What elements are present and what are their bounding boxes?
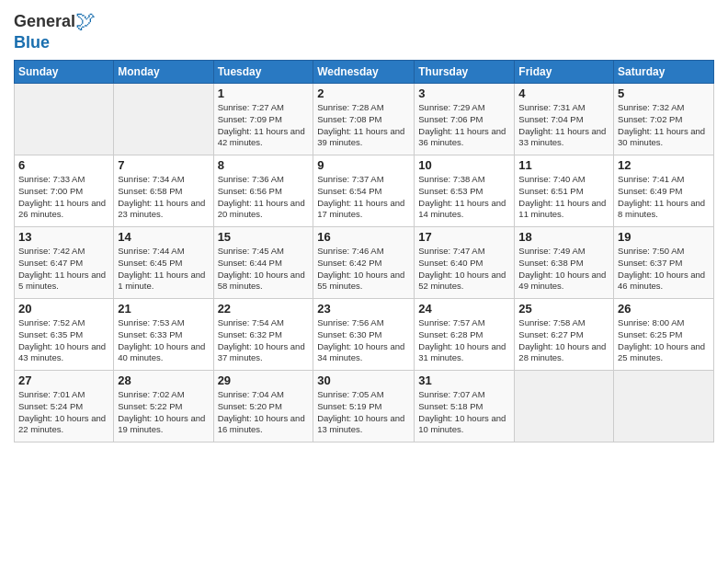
day-number: 1 xyxy=(218,86,310,100)
day-info: Sunrise: 7:32 AMSunset: 7:02 PMDaylight:… xyxy=(618,102,710,149)
day-header: Saturday xyxy=(614,61,714,84)
calendar-cell: 24 Sunrise: 7:57 AMSunset: 6:28 PMDaylig… xyxy=(415,299,515,371)
day-info: Sunrise: 7:38 AMSunset: 6:53 PMDaylight:… xyxy=(418,174,510,221)
day-number: 24 xyxy=(418,302,510,316)
day-header: Wednesday xyxy=(313,61,415,84)
day-number: 20 xyxy=(18,302,109,316)
calendar-week: 6 Sunrise: 7:33 AMSunset: 7:00 PMDayligh… xyxy=(15,155,714,227)
day-number: 4 xyxy=(518,86,609,100)
logo-bird-icon: 🕊 xyxy=(75,9,96,33)
calendar-cell: 7 Sunrise: 7:34 AMSunset: 6:58 PMDayligh… xyxy=(114,155,213,227)
day-number: 14 xyxy=(118,230,209,244)
calendar-cell: 19 Sunrise: 7:50 AMSunset: 6:37 PMDaylig… xyxy=(614,227,714,299)
day-info: Sunrise: 7:44 AMSunset: 6:45 PMDaylight:… xyxy=(118,246,209,293)
day-number: 5 xyxy=(618,86,710,100)
day-info: Sunrise: 7:37 AMSunset: 6:54 PMDaylight:… xyxy=(317,174,410,221)
day-info: Sunrise: 7:56 AMSunset: 6:30 PMDaylight:… xyxy=(317,317,410,364)
calendar-cell: 4 Sunrise: 7:31 AMSunset: 7:04 PMDayligh… xyxy=(515,84,614,155)
day-info: Sunrise: 7:31 AMSunset: 7:04 PMDaylight:… xyxy=(518,102,609,149)
calendar-cell: 17 Sunrise: 7:47 AMSunset: 6:40 PMDaylig… xyxy=(415,227,515,299)
day-number: 15 xyxy=(218,230,310,244)
calendar-week: 13 Sunrise: 7:42 AMSunset: 6:47 PMDaylig… xyxy=(15,227,714,299)
day-number: 27 xyxy=(18,373,109,387)
day-info: Sunrise: 7:04 AMSunset: 5:20 PMDaylight:… xyxy=(218,389,310,436)
day-number: 18 xyxy=(518,230,609,244)
header: General 🕊 Blue xyxy=(14,9,714,52)
calendar-cell: 22 Sunrise: 7:54 AMSunset: 6:32 PMDaylig… xyxy=(213,299,313,371)
day-number: 10 xyxy=(418,158,510,172)
calendar-cell: 26 Sunrise: 8:00 AMSunset: 6:25 PMDaylig… xyxy=(614,299,714,371)
day-info: Sunrise: 7:01 AMSunset: 5:24 PMDaylight:… xyxy=(18,389,109,436)
day-number: 23 xyxy=(317,302,410,316)
calendar-cell: 28 Sunrise: 7:02 AMSunset: 5:22 PMDaylig… xyxy=(114,371,213,442)
day-info: Sunrise: 7:50 AMSunset: 6:37 PMDaylight:… xyxy=(618,246,710,293)
calendar-cell: 13 Sunrise: 7:42 AMSunset: 6:47 PMDaylig… xyxy=(15,227,114,299)
day-number: 6 xyxy=(18,158,109,172)
day-number: 29 xyxy=(218,373,310,387)
day-info: Sunrise: 7:42 AMSunset: 6:47 PMDaylight:… xyxy=(18,246,109,293)
main-container: General 🕊 Blue SundayMondayTuesdayWednes… xyxy=(0,0,728,447)
calendar-cell: 23 Sunrise: 7:56 AMSunset: 6:30 PMDaylig… xyxy=(313,299,415,371)
day-number: 7 xyxy=(118,158,209,172)
calendar-cell: 27 Sunrise: 7:01 AMSunset: 5:24 PMDaylig… xyxy=(15,371,114,442)
day-number: 26 xyxy=(618,302,710,316)
calendar-week: 1 Sunrise: 7:27 AMSunset: 7:09 PMDayligh… xyxy=(15,84,714,155)
day-info: Sunrise: 7:49 AMSunset: 6:38 PMDaylight:… xyxy=(518,246,609,293)
day-number: 13 xyxy=(18,230,109,244)
day-info: Sunrise: 7:57 AMSunset: 6:28 PMDaylight:… xyxy=(418,317,510,364)
day-number: 31 xyxy=(418,373,510,387)
logo-general-text: General xyxy=(14,12,75,31)
day-info: Sunrise: 7:52 AMSunset: 6:35 PMDaylight:… xyxy=(18,317,109,364)
day-info: Sunrise: 7:40 AMSunset: 6:51 PMDaylight:… xyxy=(518,174,609,221)
calendar-cell: 21 Sunrise: 7:53 AMSunset: 6:33 PMDaylig… xyxy=(114,299,213,371)
calendar-cell: 5 Sunrise: 7:32 AMSunset: 7:02 PMDayligh… xyxy=(614,84,714,155)
day-number: 28 xyxy=(118,373,209,387)
calendar-cell: 14 Sunrise: 7:44 AMSunset: 6:45 PMDaylig… xyxy=(114,227,213,299)
day-info: Sunrise: 7:47 AMSunset: 6:40 PMDaylight:… xyxy=(418,246,510,293)
calendar-cell: 3 Sunrise: 7:29 AMSunset: 7:06 PMDayligh… xyxy=(415,84,515,155)
day-number: 9 xyxy=(317,158,410,172)
calendar-table: SundayMondayTuesdayWednesdayThursdayFrid… xyxy=(14,60,714,442)
day-number: 17 xyxy=(418,230,510,244)
calendar-cell: 20 Sunrise: 7:52 AMSunset: 6:35 PMDaylig… xyxy=(15,299,114,371)
day-info: Sunrise: 7:28 AMSunset: 7:08 PMDaylight:… xyxy=(317,102,410,149)
calendar-cell: 25 Sunrise: 7:58 AMSunset: 6:27 PMDaylig… xyxy=(515,299,614,371)
calendar-cell xyxy=(114,84,213,155)
calendar-week: 20 Sunrise: 7:52 AMSunset: 6:35 PMDaylig… xyxy=(15,299,714,371)
day-info: Sunrise: 7:05 AMSunset: 5:19 PMDaylight:… xyxy=(317,389,410,436)
calendar-cell: 10 Sunrise: 7:38 AMSunset: 6:53 PMDaylig… xyxy=(415,155,515,227)
day-number: 3 xyxy=(418,86,510,100)
calendar-cell: 8 Sunrise: 7:36 AMSunset: 6:56 PMDayligh… xyxy=(213,155,313,227)
day-number: 16 xyxy=(317,230,410,244)
day-header: Sunday xyxy=(15,61,114,84)
day-info: Sunrise: 7:53 AMSunset: 6:33 PMDaylight:… xyxy=(118,317,209,364)
calendar-cell: 12 Sunrise: 7:41 AMSunset: 6:49 PMDaylig… xyxy=(614,155,714,227)
calendar-cell xyxy=(614,371,714,442)
calendar-cell: 1 Sunrise: 7:27 AMSunset: 7:09 PMDayligh… xyxy=(213,84,313,155)
calendar-week: 27 Sunrise: 7:01 AMSunset: 5:24 PMDaylig… xyxy=(15,371,714,442)
header-row: SundayMondayTuesdayWednesdayThursdayFrid… xyxy=(15,61,714,84)
calendar-cell: 15 Sunrise: 7:45 AMSunset: 6:44 PMDaylig… xyxy=(213,227,313,299)
calendar-cell: 11 Sunrise: 7:40 AMSunset: 6:51 PMDaylig… xyxy=(515,155,614,227)
day-info: Sunrise: 7:07 AMSunset: 5:18 PMDaylight:… xyxy=(418,389,510,436)
day-info: Sunrise: 7:41 AMSunset: 6:49 PMDaylight:… xyxy=(618,174,710,221)
day-number: 12 xyxy=(618,158,710,172)
day-header: Tuesday xyxy=(213,61,313,84)
calendar-cell: 6 Sunrise: 7:33 AMSunset: 7:00 PMDayligh… xyxy=(15,155,114,227)
calendar-cell xyxy=(15,84,114,155)
day-info: Sunrise: 7:34 AMSunset: 6:58 PMDaylight:… xyxy=(118,174,209,221)
day-number: 8 xyxy=(218,158,310,172)
day-number: 30 xyxy=(317,373,410,387)
day-info: Sunrise: 7:58 AMSunset: 6:27 PMDaylight:… xyxy=(518,317,609,364)
calendar-cell: 31 Sunrise: 7:07 AMSunset: 5:18 PMDaylig… xyxy=(415,371,515,442)
day-number: 2 xyxy=(317,86,410,100)
calendar-cell: 16 Sunrise: 7:46 AMSunset: 6:42 PMDaylig… xyxy=(313,227,415,299)
calendar-cell: 29 Sunrise: 7:04 AMSunset: 5:20 PMDaylig… xyxy=(213,371,313,442)
day-info: Sunrise: 7:02 AMSunset: 5:22 PMDaylight:… xyxy=(118,389,209,436)
logo: General 🕊 Blue xyxy=(14,9,96,52)
day-header: Friday xyxy=(515,61,614,84)
day-header: Monday xyxy=(114,61,213,84)
day-number: 21 xyxy=(118,302,209,316)
day-header: Thursday xyxy=(415,61,515,84)
day-info: Sunrise: 7:33 AMSunset: 7:00 PMDaylight:… xyxy=(18,174,109,221)
